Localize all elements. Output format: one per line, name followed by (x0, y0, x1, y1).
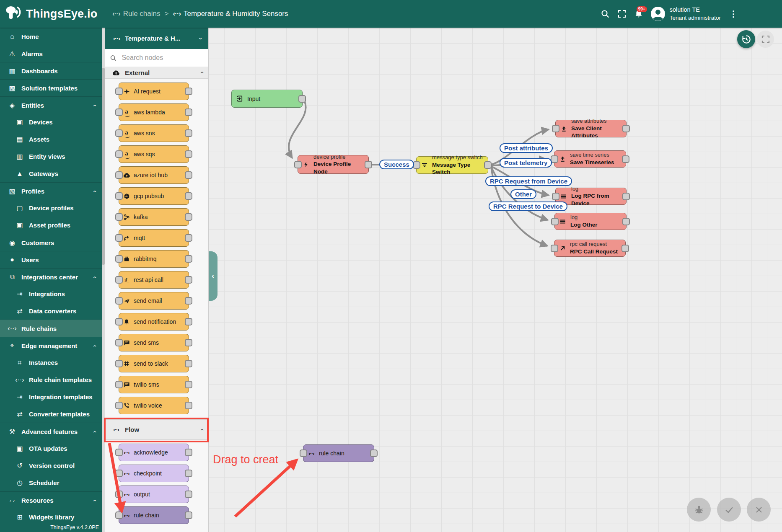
palette-node-aws-sns[interactable]: aaws sns (119, 124, 189, 142)
palette-scrollbar[interactable] (102, 28, 105, 532)
palette-node-kafka[interactable]: kafka (119, 208, 189, 226)
notifications-button[interactable]: 99+ (630, 5, 647, 22)
connector-dot[interactable] (115, 491, 123, 498)
sidebar-item-integration-templates[interactable]: ⇥Integration templates (0, 388, 102, 405)
connector-dot[interactable] (185, 470, 192, 477)
connector-dot[interactable] (115, 255, 123, 263)
canvas-node-log-rpc-from-device[interactable]: logLog RPC from Device (555, 188, 627, 205)
connector-dot[interactable] (185, 318, 192, 325)
canvas-node-rule-chain[interactable]: ‹··›rule chain (303, 444, 374, 462)
apply-changes-history-button[interactable] (737, 30, 755, 48)
connector-dot[interactable] (185, 297, 192, 305)
sidebar-item-devices[interactable]: ▣Devices (0, 114, 102, 131)
palette-node-checkpoint[interactable]: ‹··›checkpoint (119, 465, 189, 482)
connector-dot[interactable] (185, 129, 192, 137)
palette-node-twilio-voice[interactable]: twilio voice (119, 397, 189, 414)
more-menu-button[interactable]: ⋮ (725, 9, 742, 19)
connector-dot[interactable] (552, 193, 559, 200)
connector-dot[interactable] (552, 125, 559, 132)
palette-node-twilio-sms[interactable]: twilio sms (119, 376, 189, 393)
sidebar-item-rule-chains[interactable]: ‹··›Rule chains (0, 320, 102, 337)
connector-dot[interactable] (115, 192, 123, 200)
palette-node-rule-chain[interactable]: ‹··›rule chain (119, 506, 189, 524)
palette-node-rest-api-call[interactable]: ://_rest api call (119, 271, 189, 289)
sidebar-item-integrations-center[interactable]: ⧉Integrations center› (0, 268, 102, 285)
palette-node-aws-sqs[interactable]: aaws sqs (119, 145, 189, 163)
sidebar-item-integrations[interactable]: ⇥Integrations (0, 285, 102, 302)
palette-node-output[interactable]: ‹··›output (119, 486, 189, 503)
connector-dot[interactable] (115, 360, 123, 367)
sidebar-item-converter-templates[interactable]: ⇄Converter templates (0, 405, 102, 423)
connector-dot[interactable] (484, 161, 492, 169)
connector-dot[interactable] (185, 234, 192, 242)
palette-section-flow[interactable]: ‹··›Flow› (105, 419, 208, 440)
connector-dot[interactable] (365, 161, 372, 168)
sidebar-item-widgets-library[interactable]: ⊞Widgets library (0, 509, 102, 526)
connector-dot[interactable] (185, 402, 192, 409)
canvas-node-message-type-switch[interactable]: message type switchMessage Type Switch (416, 156, 488, 174)
connector-dot[interactable] (115, 381, 123, 388)
search-button[interactable] (597, 5, 614, 22)
app-logo[interactable]: ThingsEye.io (0, 5, 112, 22)
debug-mode-button[interactable] (687, 498, 711, 522)
palette-node-send-notification[interactable]: send notification (119, 313, 189, 331)
connector-dot[interactable] (185, 360, 192, 367)
connector-dot[interactable] (185, 192, 192, 200)
connector-dot[interactable] (551, 245, 558, 252)
canvas-node-rpc-call-request[interactable]: rpc call requestRPC Call Request (554, 240, 626, 257)
sidebar-item-customers[interactable]: ◉Customers (0, 234, 102, 251)
search-nodes-input[interactable] (121, 54, 203, 62)
edge-label-rpc-request-from-device[interactable]: RPC Request from Device (485, 176, 572, 186)
sidebar-item-alarms[interactable]: ⚠Alarms (0, 45, 102, 62)
connector-dot[interactable] (115, 108, 123, 116)
connector-dot[interactable] (185, 255, 192, 263)
connector-dot[interactable] (185, 276, 192, 284)
palette-node-send-to-slack[interactable]: send to slack (119, 355, 189, 372)
sidebar-item-advanced-features[interactable]: ⚒Advanced features› (0, 423, 102, 440)
connector-dot[interactable] (370, 449, 378, 457)
canvas-node-device-profile[interactable]: device profileDevice Profile Node (298, 155, 369, 174)
sidebar-item-edge-management[interactable]: ⌖Edge management› (0, 337, 102, 354)
edge-label-post-attributes[interactable]: Post attributes (500, 143, 553, 153)
palette-node-acknowledge[interactable]: ‹··›acknowledge (119, 444, 189, 461)
connector-dot[interactable] (185, 171, 192, 179)
connector-dot[interactable] (115, 339, 123, 346)
edge-label-rpc-request-to-device[interactable]: RPC Request to Device (489, 201, 567, 211)
connector-dot[interactable] (185, 339, 192, 346)
cancel-changes-button[interactable] (747, 498, 771, 522)
canvas-node-input[interactable]: Input (231, 90, 303, 108)
connector-dot[interactable] (185, 491, 192, 498)
connector-dot[interactable] (115, 511, 123, 519)
connector-dot[interactable] (622, 155, 629, 163)
connector-dot[interactable] (115, 470, 123, 477)
connector-dot[interactable] (115, 171, 123, 179)
breadcrumb-root[interactable]: ‹··› Rule chains (112, 10, 160, 18)
connector-dot[interactable] (185, 381, 192, 388)
palette-node-gcp-pubsub[interactable]: gcp pubsub (119, 187, 189, 205)
connector-dot[interactable] (115, 150, 123, 158)
collapse-palette-handle[interactable]: ‹ (208, 251, 218, 301)
sidebar-item-scheduler[interactable]: ◷Scheduler (0, 474, 102, 491)
connector-dot[interactable] (115, 129, 123, 137)
edge-input-to-device-profile[interactable] (289, 101, 306, 158)
canvas-node-log-other[interactable]: logLog Other (554, 213, 627, 230)
sidebar-item-home[interactable]: ⌂Home (0, 28, 102, 45)
connector-dot[interactable] (115, 276, 123, 284)
connector-dot[interactable] (621, 245, 629, 252)
sidebar-item-asset-profiles[interactable]: ▣Asset profiles (0, 217, 102, 234)
sidebar-item-entity-views[interactable]: ▥Entity views (0, 148, 102, 165)
sidebar-item-version-control[interactable]: ↺Version control (0, 457, 102, 474)
sidebar-item-resources[interactable]: ▱Resources› (0, 491, 102, 509)
canvas-node-save-timeseries[interactable]: save time seriesSave Timeseries (554, 150, 626, 168)
fullscreen-button[interactable] (614, 5, 630, 22)
connector-dot[interactable] (185, 88, 192, 95)
connector-dot[interactable] (185, 449, 192, 456)
edge-label-post-telemetry[interactable]: Post telemetry (500, 158, 552, 168)
edge-label-success[interactable]: Success (379, 160, 414, 169)
palette-node-rabbitmq[interactable]: rabbitmq (119, 250, 189, 268)
palette-node-aws-lambda[interactable]: aaws lambda (119, 103, 189, 121)
connector-dot[interactable] (185, 150, 192, 158)
sidebar-item-instances[interactable]: ⌗Instances (0, 354, 102, 371)
canvas-fullscreen-button[interactable] (757, 31, 774, 48)
sidebar-item-profiles[interactable]: ▧Profiles› (0, 182, 102, 199)
